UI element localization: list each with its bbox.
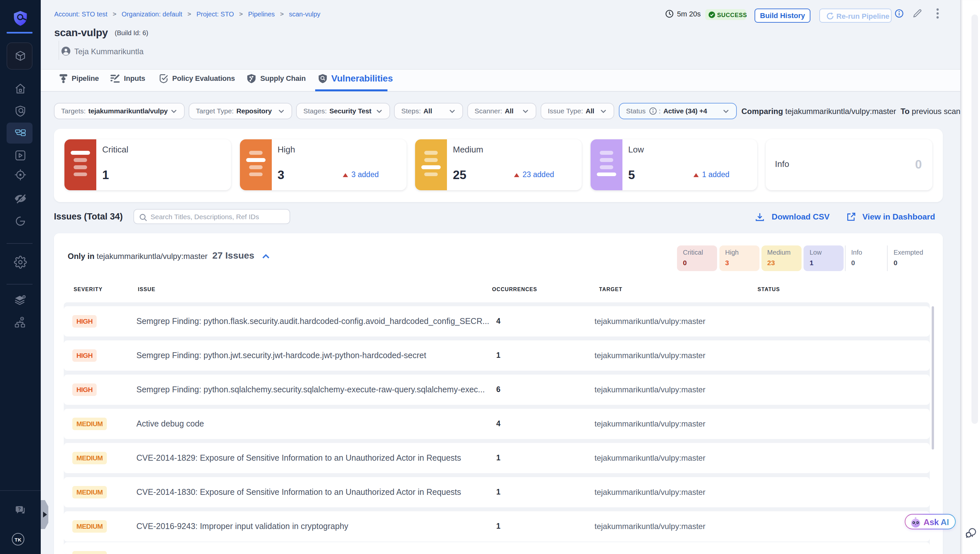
- svg-text:?: ?: [18, 506, 21, 512]
